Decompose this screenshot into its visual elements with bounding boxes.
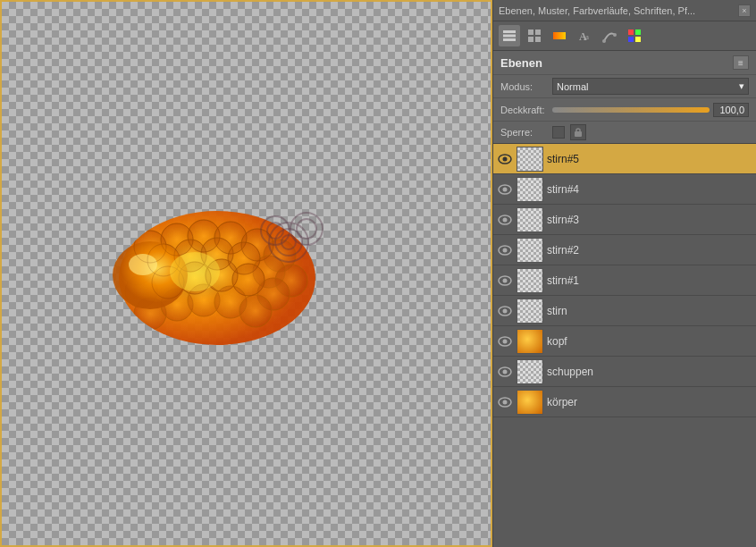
paths-tab-icon: [601, 28, 617, 44]
layers-section-title: Ebenen: [500, 56, 542, 70]
layer-name: kopf: [547, 335, 567, 348]
tab-colors[interactable]: [624, 25, 645, 46]
panel-tabs: A a: [493, 21, 756, 51]
patterns-tab-icon: [526, 28, 542, 44]
layer-name: stirn#1: [547, 274, 579, 287]
lock-transparency-checkbox[interactable]: [552, 126, 565, 139]
layer-thumbnail: [517, 390, 543, 415]
layer-visibility-icon[interactable]: [497, 364, 513, 380]
opacity-label: Deckkraft:: [500, 105, 547, 115]
svg-rect-65: [575, 131, 582, 137]
layers-panel: Ebenen, Muster, Farbverläufe, Schriften,…: [492, 0, 756, 547]
svg-point-69: [503, 187, 508, 191]
svg-point-73: [503, 248, 508, 252]
fish-container: [79, 175, 365, 372]
tab-gradients[interactable]: [549, 25, 570, 46]
layer-thumbnail: [517, 299, 543, 324]
panel-titlebar: Ebenen, Muster, Farbverläufe, Schriften,…: [493, 0, 756, 21]
svg-rect-56: [553, 32, 566, 39]
layer-row[interactable]: stirn#4: [493, 174, 756, 205]
layer-visibility-icon[interactable]: [497, 212, 513, 228]
svg-text:A: A: [579, 30, 587, 43]
tab-paths[interactable]: [599, 25, 620, 46]
layer-visibility-icon[interactable]: [497, 273, 513, 289]
mode-row: Modus: Normal ▾: [493, 75, 756, 98]
svg-point-75: [503, 278, 508, 282]
layer-row[interactable]: stirn#2: [493, 235, 756, 265]
layers-tab-icon: [501, 28, 517, 44]
layer-visibility-icon[interactable]: [497, 151, 513, 167]
layer-visibility-icon[interactable]: [497, 333, 513, 349]
layer-thumbnail: [517, 329, 543, 354]
layer-thumbnail: [517, 177, 543, 202]
layer-row[interactable]: schuppen: [493, 357, 756, 387]
svg-text:a: a: [585, 32, 589, 41]
layers-header: Ebenen ≡: [493, 51, 756, 75]
svg-rect-61: [628, 29, 634, 35]
layer-name: stirn: [547, 305, 567, 317]
layers-menu-button[interactable]: ≡: [733, 55, 749, 70]
opacity-slider[interactable]: [552, 107, 710, 113]
opacity-value[interactable]: 100,0: [713, 103, 749, 117]
svg-rect-52: [528, 29, 533, 35]
svg-point-31: [290, 213, 323, 245]
canvas-area: [0, 0, 492, 547]
svg-rect-64: [635, 37, 641, 42]
svg-point-79: [503, 339, 508, 343]
tab-fonts[interactable]: A a: [574, 25, 595, 46]
layer-name: schuppen: [547, 366, 593, 378]
lock-label: Sperre:: [500, 127, 547, 138]
layer-thumbnail: [517, 147, 543, 172]
layer-visibility-icon[interactable]: [497, 303, 513, 319]
lock-image-checkbox[interactable]: [570, 124, 586, 140]
svg-rect-49: [503, 30, 516, 33]
panel-close-button[interactable]: ×: [738, 4, 751, 17]
layer-visibility-icon[interactable]: [497, 242, 513, 258]
mode-value: Normal: [557, 81, 588, 92]
fish-illustration: [79, 175, 365, 372]
main-container: Ebenen, Muster, Farbverläufe, Schriften,…: [0, 0, 756, 547]
fonts-tab-icon: A a: [576, 28, 592, 44]
layer-row[interactable]: kopf: [493, 326, 756, 357]
svg-point-83: [503, 400, 508, 404]
layer-row[interactable]: stirn: [493, 296, 756, 326]
svg-rect-62: [635, 29, 641, 35]
layer-name: stirn#2: [547, 244, 579, 257]
svg-point-77: [503, 308, 508, 313]
layer-thumbnail: [517, 207, 543, 232]
svg-rect-63: [628, 37, 634, 42]
svg-point-71: [503, 217, 508, 222]
colors-tab-icon: [626, 28, 643, 44]
svg-rect-53: [535, 29, 541, 35]
svg-rect-54: [528, 37, 533, 42]
layer-name: stirn#3: [547, 214, 579, 226]
layer-row[interactable]: stirn#3: [493, 205, 756, 235]
layers-list: stirn#5stirn#4stirn#3stirn#2stirn#1stirn…: [493, 144, 756, 547]
svg-point-48: [170, 252, 220, 291]
layer-name: körper: [547, 396, 577, 408]
mode-label: Modus:: [500, 81, 547, 92]
lock-row: Sperre:: [493, 122, 756, 144]
layer-row[interactable]: körper: [493, 387, 756, 417]
opacity-slider-container: 100,0: [552, 103, 749, 117]
lock-icon: [573, 127, 584, 138]
tab-patterns[interactable]: [524, 25, 545, 46]
gradients-tab-icon: [551, 28, 567, 44]
layer-visibility-icon[interactable]: [497, 181, 513, 198]
layer-thumbnail: [517, 238, 543, 263]
mode-dropdown[interactable]: Normal ▾: [552, 78, 749, 95]
svg-rect-50: [503, 35, 516, 38]
layer-thumbnail: [517, 268, 543, 293]
layer-name: stirn#5: [547, 153, 579, 165]
layer-name: stirn#4: [547, 183, 579, 196]
tab-layers[interactable]: [499, 25, 520, 46]
svg-point-59: [602, 39, 606, 43]
dropdown-arrow-icon: ▾: [739, 80, 744, 92]
layer-visibility-icon[interactable]: [497, 394, 513, 410]
panel-title: Ebenen, Muster, Farbverläufe, Schriften,…: [499, 5, 695, 16]
svg-point-25: [239, 295, 272, 327]
svg-rect-51: [503, 38, 516, 41]
svg-point-60: [613, 33, 617, 37]
layer-row[interactable]: stirn#5: [493, 144, 756, 174]
layer-row[interactable]: stirn#1: [493, 265, 756, 296]
